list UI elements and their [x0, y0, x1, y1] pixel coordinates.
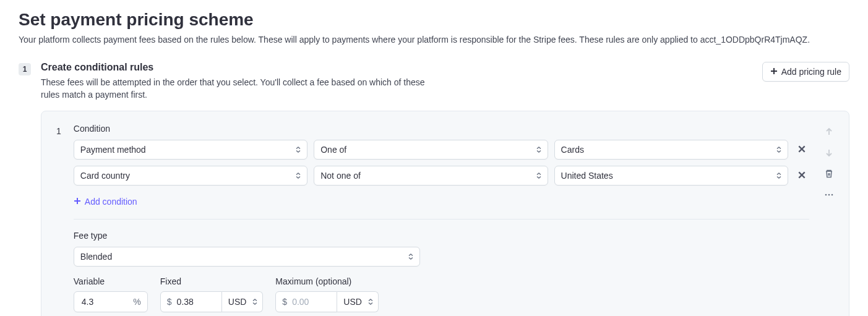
condition-row: Payment method One of Cards [74, 140, 809, 160]
chevron-updown-icon [535, 146, 543, 153]
arrow-up-icon [824, 127, 834, 139]
chevron-updown-icon [775, 146, 783, 153]
fee-type-value: Blended [80, 252, 112, 262]
plus-icon [74, 197, 81, 207]
move-rule-up-button[interactable] [822, 125, 836, 140]
step-description: These fees will be attempted in the orde… [41, 77, 437, 101]
condition-value-value: United States [561, 171, 613, 181]
maximum-currency-value: USD [343, 297, 362, 307]
fixed-currency-select[interactable]: USD [222, 291, 264, 312]
move-rule-down-button[interactable] [822, 146, 836, 161]
add-condition-label: Add condition [85, 197, 137, 207]
rule-action-column [822, 124, 836, 203]
remove-condition-button[interactable] [794, 168, 809, 183]
add-pricing-rule-button[interactable]: Add pricing rule [762, 62, 849, 82]
condition-operator-value: Not one of [320, 171, 361, 181]
close-icon [797, 171, 806, 181]
condition-value-select[interactable]: Cards [554, 140, 788, 160]
chevron-updown-icon [367, 298, 374, 305]
chevron-updown-icon [251, 298, 259, 305]
svg-point-2 [831, 194, 833, 195]
step-number-badge: 1 [19, 63, 31, 75]
fee-type-select[interactable]: Blended [74, 247, 420, 267]
fixed-input[interactable]: $ [160, 291, 222, 312]
condition-value-value: Cards [561, 145, 584, 155]
variable-label: Variable [74, 276, 148, 286]
plus-icon [770, 67, 778, 77]
arrow-down-icon [824, 148, 834, 160]
maximum-currency-select[interactable]: USD [337, 291, 379, 312]
chevron-updown-icon [294, 146, 302, 153]
dollar-prefix: $ [282, 297, 287, 307]
svg-point-0 [825, 194, 827, 195]
condition-row: Card country Not one of United States [74, 166, 809, 186]
chevron-updown-icon [294, 172, 302, 179]
condition-section-label: Condition [74, 124, 809, 134]
close-icon [797, 145, 806, 155]
add-condition-button[interactable]: Add condition [74, 194, 137, 209]
page-title: Set payment pricing scheme [19, 10, 849, 30]
variable-value[interactable] [80, 296, 130, 307]
rule-more-button[interactable] [822, 188, 836, 203]
chevron-updown-icon [775, 172, 783, 179]
fixed-value[interactable] [176, 296, 215, 307]
rule-index: 1 [56, 126, 61, 136]
maximum-label: Maximum (optional) [275, 276, 379, 286]
condition-attribute-select[interactable]: Card country [74, 166, 307, 186]
chevron-updown-icon [535, 172, 543, 179]
dollar-prefix: $ [167, 297, 172, 307]
condition-operator-select[interactable]: One of [314, 140, 548, 160]
step-title: Create conditional rules [41, 62, 437, 73]
remove-condition-button[interactable] [794, 142, 809, 157]
section-divider [74, 219, 809, 220]
condition-operator-select[interactable]: Not one of [314, 166, 548, 186]
svg-point-1 [828, 194, 830, 195]
chevron-updown-icon [407, 253, 415, 260]
condition-attribute-value: Card country [80, 171, 130, 181]
condition-attribute-select[interactable]: Payment method [74, 140, 307, 160]
maximum-value[interactable] [291, 296, 330, 307]
delete-rule-button[interactable] [822, 167, 836, 182]
percent-unit: % [133, 297, 140, 307]
fee-type-label: Fee type [74, 231, 809, 241]
trash-icon [824, 169, 834, 181]
add-pricing-rule-label: Add pricing rule [781, 67, 841, 77]
condition-operator-value: One of [320, 145, 346, 155]
condition-attribute-value: Payment method [80, 145, 146, 155]
pricing-rule-card: 1 Condition Payment method One of Cards [41, 111, 849, 316]
fixed-currency-value: USD [228, 297, 247, 307]
condition-value-select[interactable]: United States [554, 166, 788, 186]
more-horizontal-icon [824, 190, 834, 202]
variable-input[interactable]: % [74, 291, 148, 312]
fixed-label: Fixed [160, 276, 264, 286]
page-subtitle: Your platform collects payment fees base… [19, 35, 849, 45]
maximum-input[interactable]: $ [275, 291, 337, 312]
